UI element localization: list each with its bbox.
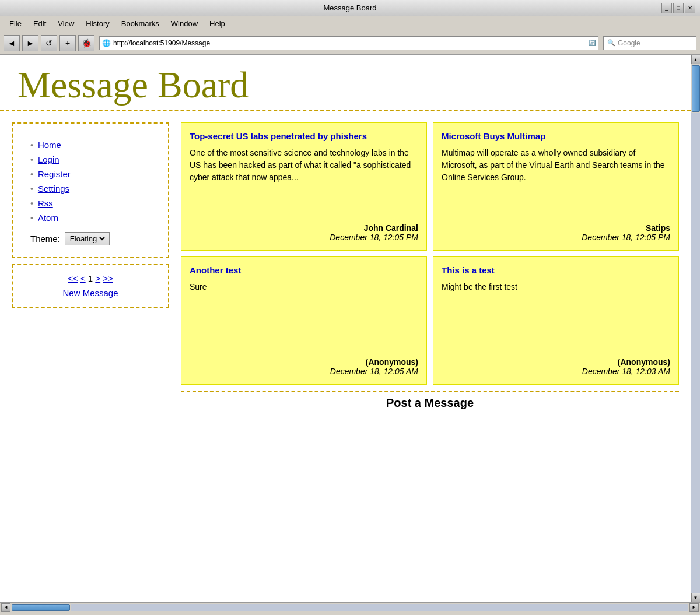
search-icon: 🔍 [607,39,615,47]
message-author-4: (Anonymous) [442,357,670,367]
minimize-button[interactable]: _ [662,3,672,13]
message-date-2: December 18, 12:05 PM [442,233,670,242]
post-section: Post a Message [181,391,679,414]
nav-link-register[interactable]: Register [38,169,71,179]
message-author-1: John Cardinal [190,223,418,233]
nav-item-login: Login [30,154,156,164]
title-bar: Message Board _ □ ✕ [0,0,700,16]
scrollbar-right: ▲ ▼ [691,55,700,602]
browser-content: Message Board Home Login Register [0,55,700,602]
scroll-right-button[interactable]: ► [690,603,699,612]
search-bar[interactable]: 🔍 Google [603,36,696,50]
message-title-2[interactable]: Microsoft Buys Multimap [442,131,670,141]
message-title-1[interactable]: Top-secret US labs penetrated by phisher… [190,131,418,141]
menu-history[interactable]: History [81,18,114,29]
debug-button[interactable]: 🐞 [78,35,94,51]
nav-link-home[interactable]: Home [38,140,61,150]
search-placeholder: Google [618,39,640,47]
nav-link-rss[interactable]: Rss [38,198,53,208]
newtab-button[interactable]: + [60,35,76,51]
main-content: Home Login Register Settings Rss [0,111,691,426]
menu-bar: File Edit View History Bookmarks Window … [0,16,700,31]
nav-item-home: Home [30,140,156,150]
page-body: Message Board Home Login Register [0,55,691,602]
message-body-3: Sure [190,281,418,352]
nav-item-atom: Atom [30,213,156,223]
message-footer-2: Satips December 18, 12:05 PM [442,223,670,242]
close-button[interactable]: ✕ [685,3,695,13]
window-title: Message Board [323,3,376,12]
message-footer-4: (Anonymous) December 18, 12:03 AM [442,357,670,376]
menu-file[interactable]: File [5,18,26,29]
scroll-thumb-horizontal[interactable] [12,604,70,611]
address-text: http://localhost:51909/Message [113,39,589,47]
scroll-thumb-vertical[interactable] [692,65,700,112]
back-button[interactable]: ◄ [4,35,20,51]
address-bar[interactable]: 🌐 http://localhost:51909/Message 🔄 [99,36,598,50]
globe-icon: 🌐 [102,39,111,47]
message-card-1: Top-secret US labs penetrated by phisher… [181,122,427,251]
post-title: Post a Message [186,396,674,410]
nav-link-login[interactable]: Login [38,154,60,164]
message-body-2: Multimap will operate as a wholly owned … [442,147,670,217]
messages-area: Top-secret US labs penetrated by phisher… [175,117,685,420]
message-footer-1: John Cardinal December 18, 12:05 PM [190,223,418,242]
prev-page-link[interactable]: < [80,273,86,283]
message-card-4: This is a test Might be the first test (… [433,256,679,385]
menu-window[interactable]: Window [166,18,202,29]
theme-label: Theme: [30,234,60,244]
theme-row: Theme: Floating Default Dark [30,232,156,245]
menu-bookmarks[interactable]: Bookmarks [117,18,164,29]
message-date-4: December 18, 12:03 AM [442,367,670,376]
nav-item-register: Register [30,169,156,179]
theme-select[interactable]: Floating Default Dark [65,232,110,245]
sidebar-pagination: << < 1 > >> New Message [12,264,169,308]
nav-item-settings: Settings [30,184,156,194]
toolbar: ◄ ► ↺ + 🐞 🌐 http://localhost:51909/Messa… [0,31,700,55]
scroll-down-button[interactable]: ▼ [691,593,701,602]
menu-edit[interactable]: Edit [29,18,51,29]
message-card-3: Another test Sure (Anonymous) December 1… [181,256,427,385]
pagination-nav: << < 1 > >> [21,273,160,283]
message-title-3[interactable]: Another test [190,265,418,275]
site-title: Message Board [18,66,673,104]
nav-item-rss: Rss [30,198,156,208]
message-body-4: Might be the first test [442,281,670,352]
nav-list: Home Login Register Settings Rss [30,140,156,223]
scroll-up-button[interactable]: ▲ [691,55,701,64]
message-date-3: December 18, 12:05 AM [190,367,418,376]
message-footer-3: (Anonymous) December 18, 12:05 AM [190,357,418,376]
scroll-track-vertical [691,113,700,593]
scroll-left-button[interactable]: ◄ [1,603,10,612]
scrollbar-bottom: ◄ ► [0,602,700,612]
message-title-4[interactable]: This is a test [442,265,670,275]
message-card-2: Microsoft Buys Multimap Multimap will op… [433,122,679,251]
page-header: Message Board [0,55,691,111]
menu-help[interactable]: Help [205,18,230,29]
message-body-1: One of the most sensitive science and te… [190,147,418,217]
message-author-2: Satips [442,223,670,233]
theme-dropdown[interactable]: Floating Default Dark [68,234,107,244]
last-page-link[interactable]: >> [103,273,113,283]
forward-button[interactable]: ► [22,35,38,51]
window-controls: _ □ ✕ [662,3,695,13]
next-page-link[interactable]: > [95,273,100,283]
reload-icon: 🔄 [589,40,596,46]
scroll-track-horizontal [71,604,688,611]
sidebar: Home Login Register Settings Rss [6,117,175,420]
reload-button[interactable]: ↺ [41,35,57,51]
nav-link-atom[interactable]: Atom [38,213,58,223]
current-page: 1 [88,273,96,283]
sidebar-nav: Home Login Register Settings Rss [12,122,169,258]
first-page-link[interactable]: << [68,273,78,283]
message-author-3: (Anonymous) [190,357,418,367]
new-message-link[interactable]: New Message [62,288,118,298]
message-date-1: December 18, 12:05 PM [190,233,418,242]
maximize-button[interactable]: □ [673,3,684,13]
menu-view[interactable]: View [53,18,79,29]
nav-link-settings[interactable]: Settings [38,184,69,194]
